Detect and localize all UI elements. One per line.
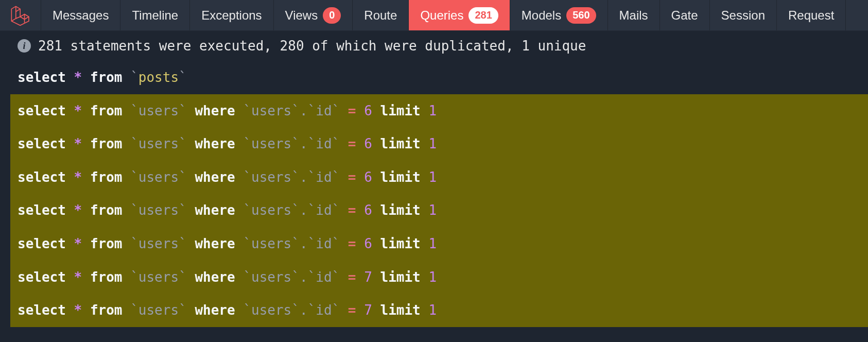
tab-label: Queries	[420, 8, 463, 23]
tab-label: Timeline	[132, 8, 178, 23]
sql-token: 1	[428, 302, 437, 318]
sql-token: `	[179, 269, 187, 285]
sql-token: `	[308, 169, 316, 185]
tab-timeline[interactable]: Timeline	[120, 0, 190, 30]
query-row[interactable]: select * from `users` where `users`.`id`…	[10, 194, 868, 227]
sql-token: limit	[372, 136, 429, 151]
sql-token: where	[187, 136, 244, 151]
sql-token: users	[138, 302, 179, 318]
sql-token: .	[300, 302, 308, 318]
tab-mails[interactable]: Mails	[608, 0, 660, 30]
sql-token: `	[291, 103, 300, 118]
sql-token: id	[316, 302, 332, 318]
sql-token: 1	[428, 269, 437, 285]
sql-token: `	[332, 169, 340, 185]
sql-token: =	[348, 169, 356, 185]
sql-token: 6	[364, 236, 372, 251]
sql-token: `	[332, 269, 340, 285]
sql-token: *	[74, 302, 82, 318]
tab-label: Views	[285, 8, 318, 23]
sql-token: id	[316, 269, 332, 285]
sql-token	[356, 202, 364, 218]
sql-token: *	[74, 103, 82, 118]
sql-token: `	[130, 103, 138, 118]
sql-token: `	[130, 202, 138, 218]
query-row[interactable]: select * from `users` where `users`.`id`…	[10, 94, 868, 128]
tab-label: Request	[788, 8, 834, 23]
sql-token: users	[138, 136, 179, 151]
tab-label: Models	[522, 8, 561, 23]
sql-token: limit	[372, 302, 429, 318]
sql-token: from	[82, 169, 130, 185]
sql-token	[356, 103, 364, 118]
sql-token: 6	[364, 169, 372, 185]
sql-token: `	[332, 236, 340, 251]
sql-token: =	[348, 302, 356, 318]
query-row[interactable]: select * from `users` where `users`.`id`…	[10, 261, 868, 294]
sql-token: from	[82, 70, 130, 85]
sql-token: users	[138, 103, 179, 118]
sql-token: `	[130, 169, 138, 185]
sql-token: `	[308, 136, 316, 151]
sql-token: `	[179, 202, 187, 218]
sql-token: limit	[372, 103, 429, 118]
query-row[interactable]: select * from `users` where `users`.`id`…	[10, 294, 868, 327]
sql-token: .	[300, 169, 308, 185]
sql-token: `	[179, 70, 187, 85]
sql-token: `	[243, 202, 251, 218]
tab-models[interactable]: Models 560	[510, 0, 608, 30]
sql-token: where	[187, 103, 244, 118]
tab-exceptions[interactable]: Exceptions	[190, 0, 273, 30]
sql-token: id	[316, 236, 332, 251]
tab-queries[interactable]: Queries 281	[409, 0, 510, 30]
tab-views[interactable]: Views 0	[274, 0, 353, 30]
laravel-logo-icon[interactable]	[0, 0, 41, 30]
sql-token: `	[179, 103, 187, 118]
sql-token: users	[251, 103, 291, 118]
tab-label: Route	[364, 8, 397, 23]
sql-token: users	[251, 269, 291, 285]
tab-label: Gate	[671, 8, 698, 23]
sql-token: users	[138, 169, 179, 185]
sql-token: 1	[428, 136, 437, 151]
sql-token: `	[130, 269, 138, 285]
sql-token: 1	[428, 103, 437, 118]
sql-token: .	[300, 103, 308, 118]
sql-token: `	[130, 70, 138, 85]
sql-token: select	[18, 269, 74, 285]
sql-token: 6	[364, 202, 372, 218]
sql-token: 7	[364, 302, 372, 318]
sql-token: `	[332, 136, 340, 151]
tab-route[interactable]: Route	[353, 0, 409, 30]
sql-token: where	[187, 236, 244, 251]
sql-token: `	[291, 169, 300, 185]
tab-gate[interactable]: Gate	[660, 0, 710, 30]
query-row[interactable]: select * from `posts`	[10, 61, 868, 94]
sql-token	[340, 169, 348, 185]
tab-messages[interactable]: Messages	[41, 0, 120, 30]
tab-request[interactable]: Request	[777, 0, 846, 30]
sql-token: where	[187, 202, 244, 218]
sql-token: users	[138, 202, 179, 218]
sql-token: select	[18, 236, 74, 251]
sql-token: posts	[138, 70, 179, 85]
sql-token: select	[18, 70, 74, 85]
sql-token: `	[179, 136, 187, 151]
tab-badge: 0	[323, 7, 341, 24]
query-summary-text: 281 statements were executed, 280 of whi…	[38, 38, 586, 54]
sql-token	[340, 202, 348, 218]
sql-token: `	[130, 302, 138, 318]
sql-token: id	[316, 103, 332, 118]
sql-token: users	[251, 302, 291, 318]
sql-token: `	[243, 136, 251, 151]
query-row[interactable]: select * from `users` where `users`.`id`…	[10, 161, 868, 194]
tab-session[interactable]: Session	[710, 0, 777, 30]
sql-token: 1	[428, 169, 437, 185]
tab-label: Messages	[53, 8, 109, 23]
sql-token	[356, 236, 364, 251]
sql-token: limit	[372, 169, 429, 185]
sql-token: from	[82, 302, 130, 318]
query-row[interactable]: select * from `users` where `users`.`id`…	[10, 127, 868, 161]
sql-token: `	[130, 236, 138, 251]
query-row[interactable]: select * from `users` where `users`.`id`…	[10, 227, 868, 261]
